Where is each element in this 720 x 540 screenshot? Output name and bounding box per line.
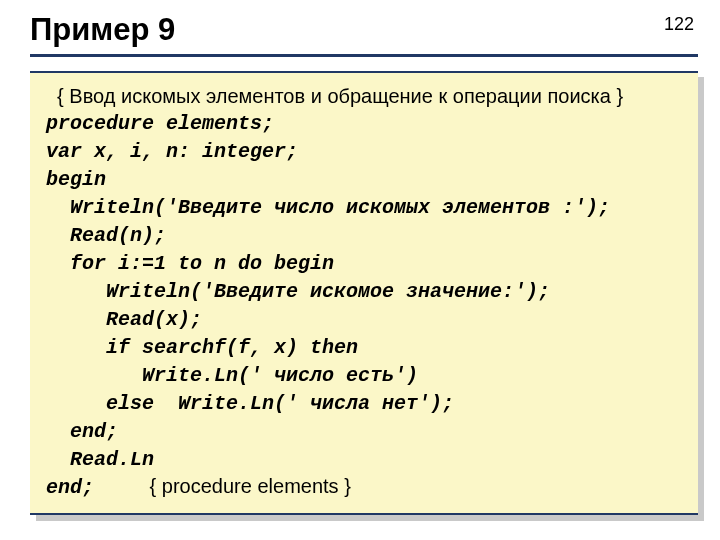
code-line: end; (46, 420, 118, 443)
code-line: end; (46, 476, 94, 499)
code-line: Writeln('Введите число искомых элементов… (46, 196, 610, 219)
slide-title: Пример 9 (30, 12, 664, 48)
code-line: for i:=1 to n do begin (46, 252, 334, 275)
code-line: var x, i, n: integer; (46, 140, 298, 163)
code-line: begin (46, 168, 106, 191)
code-line: Write.Ln(' число есть') (46, 364, 418, 387)
code-box: { Ввод искомых элементов и обращение к о… (30, 71, 698, 515)
code-comment: { Ввод искомых элементов и обращение к о… (46, 85, 623, 107)
code-line: if searchf(f, x) then (46, 336, 358, 359)
code-end-comment: { procedure elements } (150, 475, 351, 497)
code-line: Read(n); (46, 224, 166, 247)
slide: Пример 9 122 { Ввод искомых элементов и … (0, 0, 720, 540)
code-line: procedure elements; (46, 112, 274, 135)
code-line: else Write.Ln(' числа нет'); (46, 392, 454, 415)
page-number: 122 (664, 14, 694, 35)
code-line: Writeln('Введите искомое значение:'); (46, 280, 550, 303)
code-line: Read(x); (46, 308, 202, 331)
code-box-wrapper: { Ввод искомых элементов и обращение к о… (30, 71, 698, 515)
title-row: Пример 9 122 (30, 12, 698, 57)
code-line: Read.Ln (46, 448, 154, 471)
